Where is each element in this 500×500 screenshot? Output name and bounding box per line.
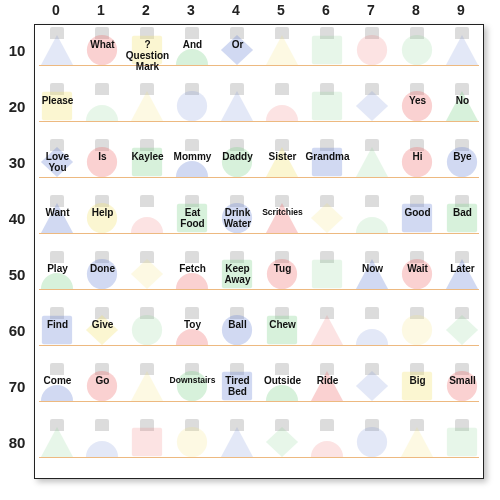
circle-icon (398, 33, 436, 67)
empty-slot (305, 81, 350, 137)
row-label-80: 80 (0, 434, 34, 451)
word-label: Daddy (214, 151, 261, 162)
word-label: Help (79, 207, 126, 218)
empty-slot (350, 417, 395, 473)
col-label-8: 8 (394, 2, 438, 18)
word-button[interactable]: Eat Food (170, 193, 215, 249)
word-button[interactable]: Downstairs (170, 361, 215, 417)
word-button[interactable]: ? Question Mark (125, 25, 170, 81)
diamond-icon (353, 369, 391, 403)
word-button[interactable]: Drink Water (215, 193, 260, 249)
word-button[interactable]: Big (395, 361, 440, 417)
word-button[interactable]: Want (35, 193, 80, 249)
word-button[interactable]: Love You (35, 137, 80, 193)
diamond-icon (443, 313, 481, 347)
word-button[interactable]: Mommy (170, 137, 215, 193)
word-button[interactable]: Go (80, 361, 125, 417)
triangle-icon (443, 33, 481, 67)
col-label-1: 1 (79, 2, 123, 18)
triangle-icon (353, 145, 391, 179)
word-label: Eat Food (169, 207, 216, 229)
board-row-30: Love YouIsKayleeMommyDaddySisterGrandmaH… (35, 137, 483, 193)
triangle-icon (398, 425, 436, 459)
board-row-50: PlayDoneFetchKeep AwayTugNowWaitLater (35, 249, 483, 305)
word-button[interactable]: Ball (215, 305, 260, 361)
word-button[interactable]: Kaylee (125, 137, 170, 193)
empty-slot (350, 193, 395, 249)
word-button[interactable]: Ride (305, 361, 350, 417)
word-label: Give (79, 319, 126, 330)
col-label-5: 5 (259, 2, 303, 18)
empty-slot (80, 417, 125, 473)
board-row-60: FindGiveToyBallChew (35, 305, 483, 361)
word-button[interactable]: Or (215, 25, 260, 81)
word-button[interactable]: Come (35, 361, 80, 417)
word-button[interactable]: Sister (260, 137, 305, 193)
word-label: ? Question Mark (124, 39, 171, 72)
empty-slot (395, 417, 440, 473)
triangle-icon (128, 89, 166, 123)
triangle-icon (218, 425, 256, 459)
word-label: Bye (439, 151, 484, 162)
triangle-icon (38, 33, 76, 67)
word-button[interactable]: Yes (395, 81, 440, 137)
empty-slot (440, 305, 484, 361)
word-button[interactable]: Chew (260, 305, 305, 361)
halfcircle-icon (128, 201, 166, 235)
word-label: Drink Water (214, 207, 261, 229)
word-button[interactable]: Tired Bed (215, 361, 260, 417)
word-button[interactable]: Keep Away (215, 249, 260, 305)
board-row-70: ComeGoDownstairsTired BedOutsideRideBigS… (35, 361, 483, 417)
word-label: No (439, 95, 484, 106)
word-label: Done (79, 263, 126, 274)
board-row-40: WantHelpEat FoodDrink WaterScritchiesGoo… (35, 193, 483, 249)
word-label: Ride (304, 375, 351, 386)
square-icon (308, 33, 346, 67)
word-button[interactable]: Find (35, 305, 80, 361)
word-label: Grandma (304, 151, 351, 162)
word-button[interactable]: Please (35, 81, 80, 137)
word-label: Mommy (169, 151, 216, 162)
word-button[interactable]: Scritchies (260, 193, 305, 249)
word-label: Keep Away (214, 263, 261, 285)
word-button[interactable]: Bad (440, 193, 484, 249)
word-button[interactable]: Fetch (170, 249, 215, 305)
word-button[interactable]: Bye (440, 137, 484, 193)
circle-icon (353, 33, 391, 67)
word-button[interactable]: Give (80, 305, 125, 361)
empty-slot (35, 25, 80, 81)
empty-slot (350, 137, 395, 193)
word-label: Find (34, 319, 81, 330)
word-label: Chew (259, 319, 306, 330)
word-button[interactable]: Small (440, 361, 484, 417)
word-button[interactable]: Play (35, 249, 80, 305)
word-button[interactable]: No (440, 81, 484, 137)
word-button[interactable]: Outside (260, 361, 305, 417)
word-label: And (169, 39, 216, 50)
word-button[interactable]: Now (350, 249, 395, 305)
word-button[interactable]: And (170, 25, 215, 81)
square-icon (308, 89, 346, 123)
word-label: Sister (259, 151, 306, 162)
halfcircle-icon (308, 425, 346, 459)
word-button[interactable]: Help (80, 193, 125, 249)
word-button[interactable]: Done (80, 249, 125, 305)
word-button[interactable]: Tug (260, 249, 305, 305)
word-button[interactable]: Is (80, 137, 125, 193)
word-button[interactable]: Wait (395, 249, 440, 305)
empty-slot (215, 81, 260, 137)
word-button[interactable]: What (80, 25, 125, 81)
word-label: Play (34, 263, 81, 274)
word-label: Good (394, 207, 441, 218)
word-button[interactable]: Toy (170, 305, 215, 361)
row-label-70: 70 (0, 378, 34, 395)
empty-slot (305, 25, 350, 81)
word-button[interactable]: Good (395, 193, 440, 249)
col-label-9: 9 (439, 2, 483, 18)
word-label: Tired Bed (214, 375, 261, 397)
word-button[interactable]: Later (440, 249, 484, 305)
word-button[interactable]: Hi (395, 137, 440, 193)
word-button[interactable]: Daddy (215, 137, 260, 193)
empty-slot (80, 81, 125, 137)
word-button[interactable]: Grandma (305, 137, 350, 193)
